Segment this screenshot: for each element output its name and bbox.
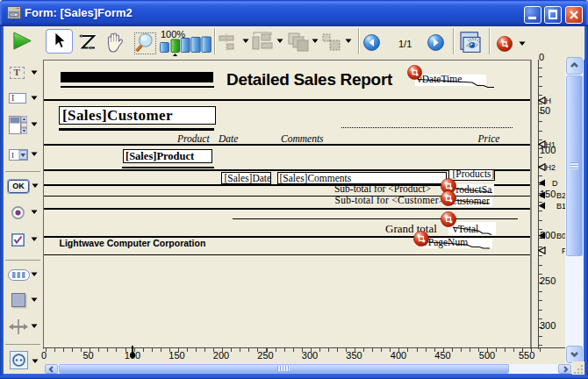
svg-text:I: I <box>11 151 14 160</box>
